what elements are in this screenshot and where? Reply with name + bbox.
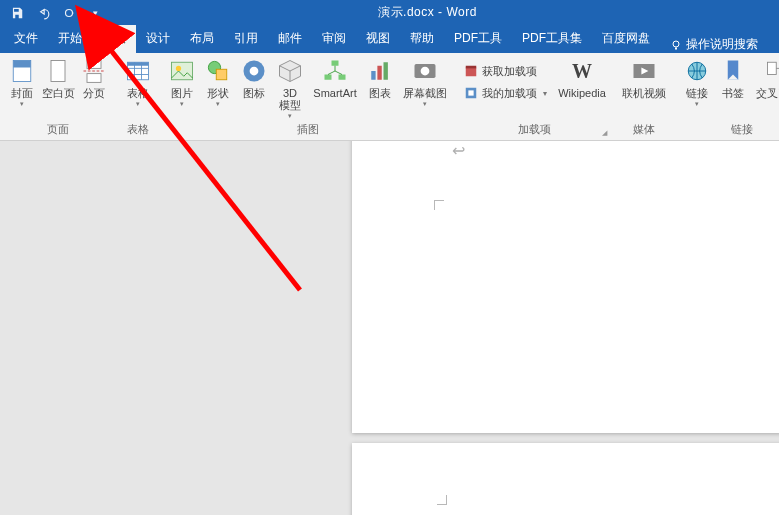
tab-home[interactable]: 开始 <box>48 25 92 53</box>
bookmark-icon <box>719 57 747 85</box>
blank-page-button[interactable]: 空白页 <box>40 55 76 99</box>
svg-point-16 <box>176 66 181 71</box>
svg-line-27 <box>328 71 335 75</box>
blank-page-icon <box>44 57 72 85</box>
title-bar: ▾ 演示.docx - Word <box>0 0 779 25</box>
svg-rect-25 <box>339 75 346 80</box>
chart-button[interactable]: 图表 <box>362 55 398 99</box>
save-button[interactable] <box>6 2 28 24</box>
svg-rect-2 <box>675 47 677 49</box>
tab-view[interactable]: 视图 <box>356 25 400 53</box>
smartart-button[interactable]: SmartArt <box>308 55 362 99</box>
icons-icon <box>240 57 268 85</box>
quick-access-toolbar: ▾ <box>0 2 106 24</box>
document-area[interactable]: ↩ 甲虫一 ↵ 正文↵ 正文↵ 正文↵ 正文↵ 正文↵ <box>0 141 779 515</box>
document-page-1[interactable]: ↩ <box>352 141 779 433</box>
group-tables-label: 表格 <box>120 120 156 140</box>
tell-me-search[interactable]: 操作说明搜索 <box>660 36 758 53</box>
my-addins-button[interactable]: 我的加载项 ▾ <box>460 83 551 103</box>
svg-rect-14 <box>128 62 149 66</box>
cover-page-button[interactable]: 封面▾ <box>4 55 40 107</box>
crop-corner-mark <box>434 200 444 210</box>
group-pages: 封面▾ 空白页 分页 页面 <box>0 53 116 140</box>
group-pages-label: 页面 <box>4 120 112 140</box>
svg-rect-30 <box>377 66 381 80</box>
group-links-label: 链接 <box>679 120 779 140</box>
3d-models-button[interactable]: 3D 模型▾ <box>272 55 308 119</box>
crop-corner-mark <box>437 495 447 505</box>
svg-rect-29 <box>371 71 375 80</box>
svg-line-28 <box>335 71 342 75</box>
shapes-icon <box>204 57 232 85</box>
tab-design[interactable]: 设计 <box>136 25 180 53</box>
svg-point-20 <box>250 67 259 76</box>
crossref-icon <box>764 57 779 85</box>
tab-review[interactable]: 审阅 <box>312 25 356 53</box>
tab-references[interactable]: 引用 <box>224 25 268 53</box>
tab-layout[interactable]: 布局 <box>180 25 224 53</box>
tab-pdftool[interactable]: PDF工具 <box>444 25 512 53</box>
addin-icon <box>464 86 478 100</box>
group-addins: 获取加载项 我的加载项 ▾ W Wikipedia 加载项 <box>456 53 613 140</box>
shapes-button[interactable]: 形状▾ <box>200 55 236 107</box>
svg-point-33 <box>421 67 430 76</box>
table-button[interactable]: 表格▾ <box>120 55 156 107</box>
redo-button[interactable] <box>58 2 80 24</box>
ribbon-insert: 封面▾ 空白页 分页 页面 表格▾ 表格 图 <box>0 53 779 141</box>
screenshot-icon <box>411 57 439 85</box>
svg-rect-37 <box>468 90 473 95</box>
screenshot-button[interactable]: 屏幕截图▾ <box>398 55 452 107</box>
svg-rect-4 <box>13 61 31 68</box>
tab-mailings[interactable]: 邮件 <box>268 25 312 53</box>
svg-point-0 <box>66 9 73 16</box>
tell-me-label: 操作说明搜索 <box>686 36 758 53</box>
group-media-label: 媒体 <box>617 120 671 140</box>
cross-reference-button[interactable]: 交叉引用 <box>751 55 779 99</box>
get-addins-button[interactable]: 获取加载项 <box>460 61 551 81</box>
lightbulb-icon <box>670 39 682 51</box>
paragraph-mark-icon: ↩ <box>452 141 465 160</box>
svg-rect-5 <box>51 61 65 82</box>
svg-rect-23 <box>332 61 339 66</box>
svg-rect-18 <box>216 69 227 80</box>
tab-file[interactable]: 文件 <box>4 25 48 53</box>
store-icon <box>464 64 478 78</box>
save-icon <box>10 6 24 20</box>
group-tables: 表格▾ 表格 <box>116 53 160 140</box>
smartart-icon <box>321 57 349 85</box>
group-addins-label: 加载项 <box>460 120 609 140</box>
icons-button[interactable]: 图标 <box>236 55 272 99</box>
page-break-icon <box>80 57 108 85</box>
cover-page-icon <box>8 57 36 85</box>
svg-rect-34 <box>466 68 477 77</box>
tab-pdftoolset[interactable]: PDF工具集 <box>512 25 592 53</box>
wikipedia-icon: W <box>568 57 596 85</box>
pictures-button[interactable]: 图片▾ <box>164 55 200 107</box>
document-page-2[interactable]: 甲虫一 ↵ 正文↵ 正文↵ 正文↵ 正文↵ 正文↵ <box>352 443 779 515</box>
link-button[interactable]: 链接▾ <box>679 55 715 107</box>
bookmark-button[interactable]: 书签 <box>715 55 751 99</box>
svg-rect-6 <box>87 60 101 69</box>
svg-point-1 <box>673 41 679 47</box>
svg-rect-43 <box>768 62 777 74</box>
wikipedia-button[interactable]: W Wikipedia <box>555 55 609 99</box>
tab-insert[interactable]: 插入 <box>92 25 136 53</box>
redo-icon <box>62 6 76 20</box>
svg-rect-35 <box>466 66 477 69</box>
group-links: 链接▾ 书签 交叉引用 链接 <box>675 53 779 140</box>
online-video-button[interactable]: 联机视频 <box>617 55 671 99</box>
svg-rect-31 <box>384 62 388 80</box>
tab-help[interactable]: 帮助 <box>400 25 444 53</box>
window-title: 演示.docx - Word <box>106 4 779 21</box>
undo-icon <box>36 6 50 20</box>
svg-rect-15 <box>172 62 193 80</box>
table-icon <box>124 57 152 85</box>
ribbon-tabs: 文件 开始 插入 设计 布局 引用 邮件 审阅 视图 帮助 PDF工具 PDF工… <box>0 25 779 53</box>
group-illustrations-label: 插图 <box>164 120 452 140</box>
qat-customize-button[interactable]: ▾ <box>84 2 106 24</box>
tab-baidu[interactable]: 百度网盘 <box>592 25 660 53</box>
svg-rect-7 <box>87 74 101 83</box>
link-icon <box>683 57 711 85</box>
undo-button[interactable] <box>32 2 54 24</box>
page-break-button[interactable]: 分页 <box>76 55 112 99</box>
